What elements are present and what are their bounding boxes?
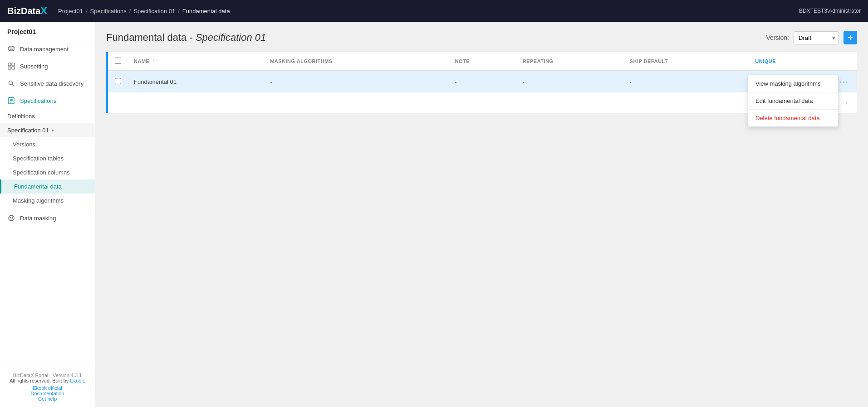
col-header-name[interactable]: NAME ↑ (128, 52, 264, 71)
col-header-repeating[interactable]: REPEATING (516, 52, 623, 71)
version-label: Version: (766, 34, 789, 41)
row-actions-button[interactable]: ⋯ (838, 77, 850, 87)
pagination-row: Items per page: 5 10 25 50 ‹ › (108, 92, 857, 113)
topbar: BizDataX Project01 / Specifications / Sp… (0, 0, 868, 22)
context-menu-view-masking[interactable]: View masking algorithms (748, 75, 838, 92)
version-row: Version: Draft Published + (766, 31, 857, 44)
svg-line-6 (12, 84, 14, 86)
version-select-wrapper: Draft Published (794, 31, 839, 44)
footer-link-help[interactable]: Get help (7, 396, 88, 402)
svg-point-12 (10, 217, 11, 218)
sidebar-project: Project01 (0, 22, 95, 40)
sidebar-sub-item-versions[interactable]: Versions (0, 137, 95, 151)
footer-link-docs[interactable]: Documentation (7, 391, 88, 396)
sidebar-definitions-label[interactable]: Definitions (0, 109, 95, 123)
table-container: NAME ↑ MASKING ALGORITHMS NOTE REPEATING (108, 52, 857, 113)
svg-point-5 (9, 81, 13, 85)
svg-rect-4 (12, 67, 15, 69)
row-note: - (449, 71, 516, 92)
page-title: Fundamental data - Specification 01 (106, 32, 266, 44)
svg-rect-3 (8, 67, 11, 69)
breadcrumb-sep-1: / (86, 8, 88, 15)
breadcrumb-sep-2: / (129, 8, 131, 15)
col-name-label: NAME (134, 58, 149, 64)
sidebar-sub-item-fundamental-data[interactable]: Fundamental data (0, 179, 95, 194)
footer-version: BizDataX Portal - Version 4.3.1 (7, 373, 88, 378)
spec-dropdown-label: Specification 01 (7, 127, 49, 134)
col-header-actions (831, 52, 857, 71)
search-icon (7, 79, 15, 87)
sidebar-item-label-specifications: Specifications (20, 97, 56, 104)
logo-text: BizDataX (7, 5, 47, 17)
svg-point-0 (9, 46, 14, 48)
row-skip-default: - (623, 71, 749, 92)
col-header-skip-default[interactable]: SKIP DEFAULT (623, 52, 749, 71)
row-checkbox-cell (108, 71, 128, 92)
table-row[interactable]: Fundamental 01 - - - - ⋯ (108, 71, 857, 92)
select-all-header (108, 52, 128, 71)
sidebar-item-label-data-management: Data management (20, 46, 69, 53)
sidebar-footer: BizDataX Portal - Version 4.3.1 All righ… (0, 367, 95, 407)
sidebar-item-label-data-masking: Data masking (20, 215, 56, 222)
breadcrumb-specifications[interactable]: Specifications (90, 8, 127, 15)
svg-point-11 (9, 215, 14, 221)
row-masking-algorithms: - (264, 71, 448, 92)
sidebar-item-label-sensitive-data: Sensitive data discovery (20, 80, 83, 87)
svg-point-13 (12, 217, 13, 218)
breadcrumb: Project01 / Specifications / Specificati… (58, 8, 799, 15)
col-header-unique[interactable]: UNIQUE (749, 52, 831, 71)
puzzle-icon (7, 62, 15, 70)
logo-x: X (40, 5, 47, 16)
main-layout: Project01 Data management Subsetting Sen… (0, 22, 868, 407)
svg-rect-2 (12, 63, 15, 66)
sidebar-sub-item-spec-columns[interactable]: Specification columns (0, 165, 95, 179)
mask-icon (7, 214, 15, 222)
col-header-note[interactable]: NOTE (449, 52, 516, 71)
sidebar-item-specifications[interactable]: Specifications (0, 92, 95, 109)
breadcrumb-sep-3: / (178, 8, 180, 15)
row-checkbox[interactable] (115, 78, 121, 84)
svg-rect-1 (8, 63, 11, 66)
footer-rights: All rights reserved. Built by Ekobit. (7, 378, 88, 383)
row-repeating: - (516, 71, 623, 92)
breadcrumb-current: Fundamental data (182, 8, 230, 15)
context-menu: View masking algorithms Edit fundamental… (748, 75, 839, 127)
breadcrumb-spec01[interactable]: Specification 01 (133, 8, 175, 15)
footer-link-ekobit[interactable]: Ekobit official (7, 385, 88, 391)
table-wrapper: NAME ↑ MASKING ALGORITHMS NOTE REPEATING (106, 52, 857, 113)
sidebar-item-subsetting[interactable]: Subsetting (0, 58, 95, 75)
chevron-down-icon: ▾ (52, 128, 54, 133)
sidebar-item-sensitive-data[interactable]: Sensitive data discovery (0, 75, 95, 92)
breadcrumb-project[interactable]: Project01 (58, 8, 83, 15)
context-menu-edit-fundamental[interactable]: Edit fundamental data (748, 92, 838, 109)
content-header: Fundamental data - Specification 01 Vers… (106, 31, 857, 44)
select-all-checkbox[interactable] (115, 58, 121, 64)
sidebar-item-data-masking[interactable]: Data masking (0, 209, 95, 227)
next-page-button[interactable]: › (843, 98, 850, 108)
sort-arrow-name: ↑ (152, 58, 155, 64)
sidebar-sub-item-spec-tables[interactable]: Specification tables (0, 151, 95, 165)
add-button[interactable]: + (843, 31, 857, 44)
sidebar-item-data-management[interactable]: Data management (0, 40, 95, 58)
user-info: BDXTEST3\Administrator (799, 8, 861, 14)
sidebar-sub-item-masking-algorithms[interactable]: Masking algorithms (0, 194, 95, 208)
row-name: Fundamental 01 (128, 71, 264, 92)
table-header-row: NAME ↑ MASKING ALGORITHMS NOTE REPEATING (108, 52, 857, 71)
col-header-masking[interactable]: MASKING ALGORITHMS (264, 52, 448, 71)
content-area: Fundamental data - Specification 01 Vers… (95, 22, 868, 407)
version-select[interactable]: Draft Published (794, 31, 839, 44)
sidebar-spec-dropdown[interactable]: Specification 01 ▾ (0, 123, 95, 137)
db-icon (7, 45, 15, 53)
page-title-spec: Specification 01 (196, 32, 266, 43)
sidebar-item-label-subsetting: Subsetting (20, 63, 48, 70)
context-menu-delete-fundamental[interactable]: Delete fundamental data (748, 110, 838, 126)
sidebar: Project01 Data management Subsetting Sen… (0, 22, 95, 407)
data-table: NAME ↑ MASKING ALGORITHMS NOTE REPEATING (108, 52, 857, 92)
logo: BizDataX (7, 5, 47, 17)
book-icon (7, 97, 15, 105)
